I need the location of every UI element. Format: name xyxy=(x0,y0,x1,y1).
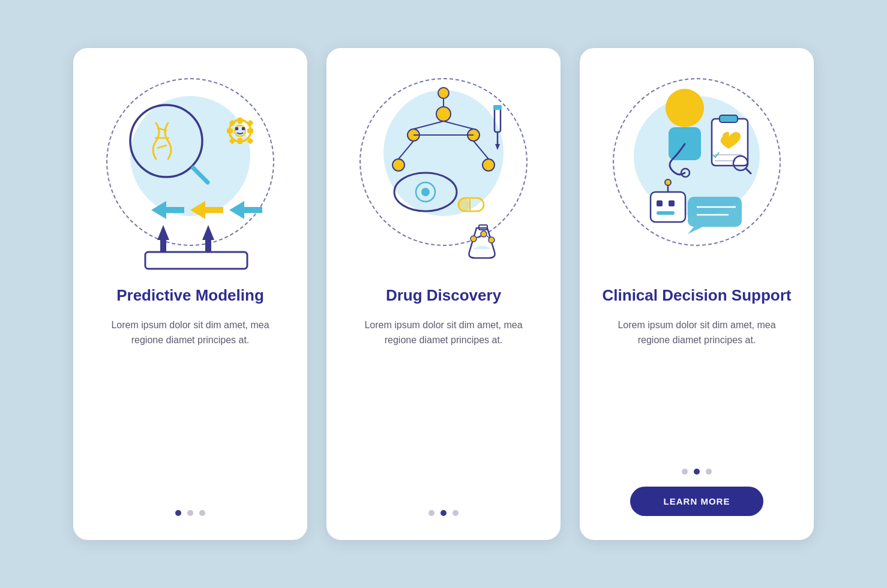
card-title-predictive: Predictive Modeling xyxy=(116,286,264,305)
svg-point-0 xyxy=(130,105,202,177)
svg-drug xyxy=(326,48,561,276)
svg-line-3 xyxy=(157,145,167,148)
svg-rect-16 xyxy=(242,127,245,130)
dot-3 xyxy=(199,510,205,516)
card-description-drug: Lorem ipsum dolor sit dim amet, mea regi… xyxy=(348,317,539,348)
svg-marker-18 xyxy=(190,201,223,219)
svg-marker-69 xyxy=(688,227,703,234)
svg-marker-17 xyxy=(151,201,184,219)
svg-rect-66 xyxy=(688,197,742,227)
dot-2-drug xyxy=(440,510,447,516)
svg-point-46 xyxy=(471,236,477,242)
svg-line-49 xyxy=(477,236,481,238)
cards-container: Predictive Modeling Lorem ipsum dolor si… xyxy=(49,24,838,564)
svg-rect-9 xyxy=(227,128,233,133)
svg-rect-55 xyxy=(720,115,738,122)
svg-point-27 xyxy=(483,159,495,171)
card-description-clinical: Lorem ipsum dolor sit dim amet, mea regi… xyxy=(601,317,792,348)
svg-rect-44 xyxy=(457,198,470,211)
svg-rect-35 xyxy=(495,108,501,132)
svg-rect-63 xyxy=(657,211,675,215)
svg-marker-20 xyxy=(157,225,169,252)
svg-line-4 xyxy=(193,168,208,182)
card-title-clinical: Clinical Decision Support xyxy=(603,286,792,305)
dot-2-clinical xyxy=(694,469,700,475)
dot-1 xyxy=(175,510,181,516)
svg-line-31 xyxy=(444,121,474,129)
dots-clinical xyxy=(682,457,712,475)
svg-rect-7 xyxy=(238,118,242,124)
svg-predictive xyxy=(73,48,307,276)
svg-rect-61 xyxy=(657,200,663,206)
dots-predictive xyxy=(175,498,205,516)
svg-rect-8 xyxy=(238,138,242,144)
card-description-predictive: Lorem ipsum dolor sit dim amet, mea regi… xyxy=(95,317,286,348)
svg-rect-12 xyxy=(247,119,253,126)
svg-rect-13 xyxy=(229,137,235,144)
svg-point-47 xyxy=(481,231,487,237)
svg-point-23 xyxy=(436,107,451,121)
illustration-clinical xyxy=(580,48,814,276)
dot-2 xyxy=(187,510,193,516)
svg-point-6 xyxy=(235,125,245,136)
svg-clinical xyxy=(580,48,814,276)
svg-point-41 xyxy=(421,188,430,196)
dot-3-drug xyxy=(453,510,459,516)
svg-point-51 xyxy=(666,89,704,127)
card-content-clinical: Clinical Decision Support Lorem ipsum do… xyxy=(580,276,814,516)
svg-rect-10 xyxy=(247,128,253,133)
svg-marker-21 xyxy=(202,225,214,252)
svg-line-33 xyxy=(474,141,489,159)
dots-drug xyxy=(428,498,459,516)
card-clinical-decision: Clinical Decision Support Lorem ipsum do… xyxy=(580,48,814,540)
card-content-drug: Drug Discovery Lorem ipsum dolor sit dim… xyxy=(326,276,561,516)
svg-line-30 xyxy=(413,121,444,129)
svg-point-28 xyxy=(438,88,449,98)
learn-more-button[interactable]: LEARN MORE xyxy=(630,487,764,516)
card-content-predictive: Predictive Modeling Lorem ipsum dolor si… xyxy=(73,276,307,516)
dot-3-clinical xyxy=(706,469,712,475)
svg-marker-19 xyxy=(229,201,262,219)
svg-line-59 xyxy=(746,169,751,173)
svg-rect-60 xyxy=(651,192,685,222)
card-drug-discovery: Drug Discovery Lorem ipsum dolor sit dim… xyxy=(326,48,561,540)
illustration-drug xyxy=(326,48,561,276)
svg-point-65 xyxy=(665,179,671,185)
svg-marker-38 xyxy=(495,144,500,150)
svg-rect-15 xyxy=(235,127,238,130)
svg-rect-62 xyxy=(669,200,675,206)
svg-rect-36 xyxy=(493,105,502,110)
svg-point-26 xyxy=(392,159,404,171)
card-title-drug: Drug Discovery xyxy=(386,286,501,305)
card-predictive-modeling: Predictive Modeling Lorem ipsum dolor si… xyxy=(73,48,307,540)
svg-line-32 xyxy=(398,141,413,159)
dot-1-drug xyxy=(428,510,434,516)
dot-1-clinical xyxy=(682,469,688,475)
illustration-predictive xyxy=(73,48,307,276)
svg-rect-22 xyxy=(145,252,247,269)
